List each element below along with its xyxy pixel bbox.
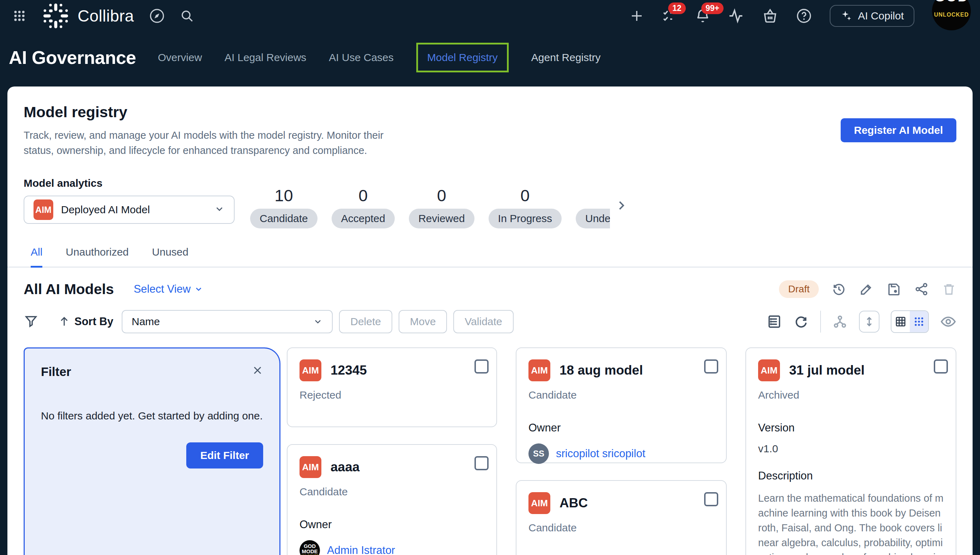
model-analytics: Model analytics AIM Deployed AI Model 10… xyxy=(24,177,956,228)
table-view-button[interactable] xyxy=(892,311,910,332)
app-grid-icon[interactable] xyxy=(13,9,26,22)
validate-button[interactable]: Validate xyxy=(453,310,513,333)
select-view-dropdown[interactable]: Select View xyxy=(134,283,203,295)
select-view-label: Select View xyxy=(134,283,190,295)
model-analytics-label: Model analytics xyxy=(24,177,235,189)
aim-badge: AIM xyxy=(758,359,780,381)
stat-label: Accepted xyxy=(332,209,395,228)
sort-field-select[interactable]: Name xyxy=(122,310,333,333)
aim-badge: AIM xyxy=(299,359,321,381)
save-icon[interactable] xyxy=(887,282,901,297)
avatar-top-text: GOD xyxy=(934,0,968,5)
list-view-icon[interactable] xyxy=(767,314,782,329)
refresh-icon[interactable] xyxy=(793,314,809,329)
stat-under-review: 0 Under Review xyxy=(576,186,610,228)
preview-eye-icon[interactable] xyxy=(940,313,956,330)
history-icon[interactable] xyxy=(831,282,846,297)
stat-candidate: 10 Candidate xyxy=(250,186,318,228)
nav-item-agent-registry[interactable]: Agent Registry xyxy=(531,51,601,64)
owner-label: Owner xyxy=(299,518,484,531)
model-name: 31 jul model xyxy=(789,363,865,378)
model-card-abc[interactable]: AIM ABC Candidate Owner xyxy=(516,480,727,555)
description-label: Description xyxy=(758,470,944,482)
nav-item-ai-legal-reviews[interactable]: AI Legal Reviews xyxy=(225,51,307,64)
owner-link[interactable]: sricopilot sricopilot xyxy=(556,448,645,460)
move-button[interactable]: Move xyxy=(399,310,447,333)
draft-status-badge: Draft xyxy=(779,280,819,298)
model-selector-value: Deployed AI Model xyxy=(61,204,150,216)
collibra-logo[interactable]: Collibra xyxy=(41,1,134,31)
add-icon[interactable] xyxy=(629,8,644,23)
model-name: ABC xyxy=(560,496,588,510)
model-card-aaaa[interactable]: AIM aaaa Candidate Owner GOD MODE UNLOCK… xyxy=(287,444,497,555)
activity-icon[interactable] xyxy=(728,8,744,24)
compass-icon[interactable] xyxy=(149,8,165,24)
model-status: Candidate xyxy=(528,389,714,401)
nav-item-overview[interactable]: Overview xyxy=(158,51,202,64)
model-name: 18 aug model xyxy=(560,363,643,378)
all-ai-models-title: All AI Models xyxy=(24,281,114,298)
tab-unauthorized[interactable]: Unauthorized xyxy=(66,246,128,266)
owner-avatar: SS xyxy=(528,443,549,464)
top-header-bar: Collibra 12 99+ AI Copi xyxy=(0,0,980,32)
sort-by-control[interactable]: Sort By xyxy=(58,315,113,328)
card-checkbox[interactable] xyxy=(475,456,489,470)
nav-item-model-registry[interactable]: Model Registry xyxy=(416,43,509,72)
stat-label: In Progress xyxy=(489,209,562,228)
page-section-title: AI Governance xyxy=(9,47,136,68)
card-checkbox[interactable] xyxy=(704,359,718,374)
edit-filter-button[interactable]: Edit Filter xyxy=(186,443,263,468)
nav-item-ai-use-cases[interactable]: AI Use Cases xyxy=(329,51,393,64)
stats-next-chevron-icon[interactable] xyxy=(615,199,628,213)
sparkles-icon xyxy=(840,10,852,22)
model-card-12345[interactable]: AIM 12345 Rejected xyxy=(287,347,497,427)
page-title: Model registry xyxy=(24,103,956,121)
card-checkbox[interactable] xyxy=(704,492,718,506)
stat-count: 0 xyxy=(358,186,368,205)
owner-link[interactable]: Admin Istrator xyxy=(327,544,395,555)
model-status: Archived xyxy=(758,389,944,401)
filter-funnel-icon[interactable] xyxy=(24,314,38,329)
card-checkbox[interactable] xyxy=(934,359,948,374)
tab-all[interactable]: All xyxy=(31,246,42,268)
model-tabs: All Unauthorized Unused xyxy=(7,246,973,268)
chevron-down-icon xyxy=(194,285,203,294)
ai-copilot-button[interactable]: AI Copilot xyxy=(830,5,914,27)
filter-panel: Filter No filters added yet. Get started… xyxy=(24,347,280,555)
expand-rows-button[interactable] xyxy=(859,311,879,332)
grid-view-button[interactable] xyxy=(910,311,928,332)
delete-trash-icon[interactable] xyxy=(942,282,956,297)
close-icon[interactable] xyxy=(251,364,264,377)
user-avatar[interactable]: GOD UNLOCKED xyxy=(932,0,971,30)
register-ai-model-button[interactable]: Register AI Model xyxy=(841,118,956,142)
model-registry-panel: Model registry Track, review, and manage… xyxy=(7,87,973,555)
filter-empty-message: No filters added yet. Get started by add… xyxy=(41,410,263,422)
tab-unused[interactable]: Unused xyxy=(152,246,189,266)
aim-badge: AIM xyxy=(528,492,550,514)
stat-accepted: 0 Accepted xyxy=(332,186,395,228)
model-name: 12345 xyxy=(331,363,367,378)
model-card-18-aug-model[interactable]: AIM 18 aug model Candidate Owner SS sric… xyxy=(516,347,727,463)
help-icon[interactable] xyxy=(796,8,812,24)
avatar-bottom-text: UNLOCKED xyxy=(934,12,969,18)
chevron-down-icon xyxy=(214,204,225,216)
search-icon[interactable] xyxy=(180,9,194,23)
model-name: aaaa xyxy=(331,460,360,475)
model-type-selector[interactable]: AIM Deployed AI Model xyxy=(24,196,235,224)
share-icon[interactable] xyxy=(914,282,929,297)
aim-badge: AIM xyxy=(299,456,321,478)
stat-reviewed: 0 Reviewed xyxy=(409,186,475,228)
hierarchy-icon[interactable] xyxy=(832,314,848,329)
tasks-icon[interactable]: 12 xyxy=(662,8,677,24)
card-checkbox[interactable] xyxy=(475,359,489,374)
filter-panel-title: Filter xyxy=(41,365,263,379)
sort-direction-icon[interactable] xyxy=(58,316,70,328)
delete-button[interactable]: Delete xyxy=(339,310,392,333)
owner-label: Owner xyxy=(528,422,714,434)
basket-icon[interactable] xyxy=(762,8,778,24)
edit-pencil-icon[interactable] xyxy=(859,282,874,297)
aim-badge: AIM xyxy=(528,359,550,381)
notifications-bell-icon[interactable]: 99+ xyxy=(695,8,710,24)
stat-count: 0 xyxy=(437,186,446,205)
model-card-31-jul-model[interactable]: AIM 31 jul model Archived Version v1.0 D… xyxy=(745,347,956,555)
